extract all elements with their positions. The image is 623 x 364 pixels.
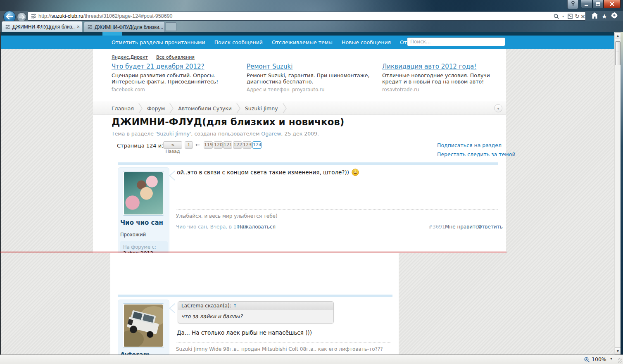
quote-author: LaCrema сказал(а): [181, 303, 231, 309]
scroll-up-icon: ▲ [617, 34, 619, 38]
nav-search-posts[interactable]: Поиск сообщений [214, 39, 263, 45]
post-message: ой..это в связи с концом света такие изм… [177, 169, 495, 178]
new-tab-button[interactable] [166, 22, 176, 31]
url-text[interactable]: http://suzuki-club.ru/threads/31062/page… [38, 13, 173, 19]
page-button-current[interactable]: 124 [252, 141, 262, 149]
page-button-121[interactable]: 121 [223, 141, 232, 149]
post-message-text: ой..это в связи с концом света такие изм… [177, 169, 349, 176]
forward-button[interactable] [17, 12, 26, 22]
scrollbar-thumb[interactable] [615, 41, 621, 65]
tab-close-icon[interactable]: × [77, 24, 80, 30]
scroll-down-button[interactable]: ▼ [615, 347, 621, 354]
key-addon-button[interactable] [567, 0, 578, 9]
zoom-caret-icon[interactable]: ▾ [610, 356, 612, 361]
tab-inactive[interactable]: ДЖИМНИ-ФЛУД(для близки... [84, 21, 165, 32]
scroll-up-button[interactable]: ▲ [615, 32, 621, 39]
content-container-top: Яндекс.Директ Все объявления Что будет 2… [93, 49, 506, 253]
close-button[interactable] [604, 0, 621, 8]
avatar[interactable] [123, 303, 164, 348]
nav-watched-threads[interactable]: Отслеживаемые темы [272, 39, 333, 45]
chevron-right-icon [282, 102, 287, 114]
post-message: Да... На столько лаек рыбы не напасёшься… [177, 329, 392, 336]
message-bubble-arrow-inner [170, 303, 176, 313]
quote-jump-arrow-icon[interactable]: ↑ [233, 303, 237, 309]
key-icon [571, 0, 575, 8]
content-container-bottom: Avtoram LaCrema сказал(а): ↑ что за лайк… [110, 253, 399, 354]
page-button-122[interactable]: 122 [233, 141, 242, 149]
ad-title-link[interactable]: Ремонт Suzuki [247, 63, 292, 70]
post-signature: Suzuki Jimny Wide 98г.в., продан Mitsubi… [176, 346, 383, 352]
forum-link[interactable]: Suzuki Jimny [157, 131, 190, 137]
status-bar: 100% ▾ [0, 354, 623, 364]
address-bar[interactable]: http://suzuki-club.ru/threads/31062/page… [28, 12, 586, 21]
author-link[interactable]: Ogarew [261, 131, 281, 137]
ad-address-link[interactable]: Адрес и телефон [247, 87, 290, 93]
breadcrumb-suzuki-cars[interactable]: Автомобили Сузуки [178, 105, 232, 112]
zoom-magnifier-icon[interactable] [584, 357, 590, 364]
forum-navbar: Отметить разделы прочитанными Поиск сооб… [0, 36, 614, 49]
ad-item: Ликвидация авто 2012 года! Отличные ново… [382, 62, 508, 93]
unfollow-link[interactable]: Перестать следить за темой [437, 151, 516, 157]
resize-grip[interactable] [618, 358, 622, 363]
pages-gap-arrow: ← [195, 142, 200, 148]
ads-header: Яндекс.Директ Все объявления [112, 55, 195, 60]
breadcrumb-home[interactable]: Главная [112, 105, 134, 112]
like-link[interactable]: Мне нравится [445, 224, 481, 230]
breadcrumb-forum[interactable]: Форум [147, 105, 165, 112]
post-user-cell: Avtoram [118, 300, 169, 354]
search-caret-icon[interactable]: ▾ [561, 12, 566, 20]
subtitle-text: , 25 дек 2009. [281, 131, 319, 137]
big-grin-smiley-icon [352, 169, 359, 178]
nav-mark-read[interactable]: Отметить разделы прочитанными [112, 39, 205, 45]
chevron-right-icon [236, 102, 241, 114]
reply-link[interactable]: Ответить [478, 224, 503, 230]
ad-body: Ремонт Suzuki, гарантия. При шиномонтаже… [247, 72, 373, 85]
maximize-button[interactable] [592, 0, 604, 8]
all-ads-link[interactable]: Все объявления [156, 55, 195, 60]
page-button-119[interactable]: 119 [204, 141, 213, 149]
avatar[interactable] [123, 171, 164, 216]
ad-title-link[interactable]: Что будет 21 декабря 2012? [112, 63, 204, 70]
forward-arrow-icon [19, 13, 25, 21]
page-button-123[interactable]: 123 [243, 141, 252, 149]
search-icon[interactable] [552, 12, 560, 20]
breadcrumb-suzuki-jimny[interactable]: Suzuki Jimny [245, 105, 278, 112]
ad-title-link[interactable]: Ликвидация авто 2012 года! [382, 63, 476, 70]
settings-gear-button[interactable] [610, 12, 619, 20]
url-scheme: http:// [38, 13, 51, 19]
post-separator [118, 162, 498, 165]
red-annotation-line [0, 252, 506, 252]
tab-title: ДЖИМНИ-ФЛУД(для близ... [12, 24, 74, 30]
thread-subtitle: Тема в разделе 'Suzuki Jimny', создана п… [112, 131, 319, 137]
quote-block: LaCrema сказал(а): ↑ что за лайки и балл… [178, 301, 334, 324]
chevron-down-icon: ▾ [497, 106, 499, 111]
refresh-icon[interactable]: ↻ [574, 12, 580, 20]
quick-nav-button[interactable]: ▾ [494, 104, 502, 112]
stop-icon[interactable]: × [580, 12, 586, 20]
page-button-120[interactable]: 120 [214, 141, 223, 149]
post-meta-datetime[interactable]: Чио чио сан, Вчера, в 10:49 [176, 224, 247, 230]
home-button[interactable] [590, 12, 599, 20]
back-page-button[interactable]: < Назад [163, 141, 182, 149]
quote-header: LaCrema сказал(а): ↑ [178, 302, 333, 310]
ad-domain: proyarauto.ru [292, 87, 325, 93]
favorites-star-icon[interactable]: ★ [600, 12, 609, 20]
minimize-button[interactable] [581, 0, 592, 8]
tab-title: ДЖИМНИ-ФЛУД(для близки... [95, 24, 164, 30]
tab-active[interactable]: ДЖИМНИ-ФЛУД(для близ... × [2, 21, 83, 32]
browser-window: http://suzuki-club.ru/threads/31062/page… [0, 0, 623, 364]
window-right-edge [621, 32, 623, 354]
compatibility-view-icon[interactable] [566, 12, 574, 20]
subscribe-link[interactable]: Подписаться на раздел [437, 142, 502, 148]
page-button-1[interactable]: 1 [185, 141, 193, 149]
username-link[interactable]: Чио чио сан [120, 219, 163, 226]
nav-new-posts[interactable]: Новые сообщения [342, 39, 391, 45]
yandex-direct-link[interactable]: Яндекс.Директ [112, 55, 148, 60]
report-link[interactable]: Пожаловаться [238, 224, 276, 230]
post-number-link[interactable]: #3691 [428, 224, 445, 230]
post-separator [118, 295, 392, 297]
zoom-level[interactable]: 100% [592, 356, 606, 362]
forum-search-input[interactable] [407, 37, 505, 46]
vertical-scrollbar[interactable]: ▲ ▼ [614, 32, 621, 354]
url-domain: suzuki-club.ru [51, 13, 83, 19]
